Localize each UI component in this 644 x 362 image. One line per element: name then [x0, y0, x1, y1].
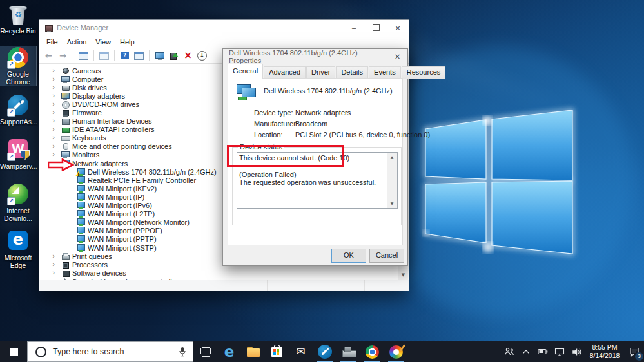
scroll-up-icon[interactable]: ▲	[387, 153, 396, 162]
status-scrollbar[interactable]: ▲ ▼	[387, 153, 397, 208]
tab-general[interactable]: General	[228, 64, 263, 79]
network-adapter-icon	[77, 176, 85, 184]
taskbar-edge[interactable]: e	[217, 341, 241, 362]
search-input[interactable]: Type here to search	[27, 341, 193, 362]
desktop-icon-supportassist[interactable]: ↗ SupportAs...	[0, 94, 36, 126]
desktop-icon-label: Internet Downlo...	[0, 207, 36, 222]
microphone-icon[interactable]	[179, 347, 186, 357]
help-icon[interactable]: ?	[119, 50, 130, 61]
action-center-button[interactable]: 3	[625, 341, 644, 362]
tree-item[interactable]: ›Software devices	[40, 269, 408, 277]
menu-bar: File Action View Help	[39, 35, 409, 48]
red-arrow-annotation	[48, 158, 75, 171]
ide-controller-icon	[61, 126, 70, 133]
store-icon	[271, 347, 282, 357]
chevron-right-icon[interactable]: ›	[52, 261, 61, 269]
chrome-icon: ↗	[7, 47, 29, 69]
hid-icon	[61, 117, 70, 125]
scroll-down-icon[interactable]: ▼	[398, 271, 408, 280]
chevron-right-icon[interactable]: ›	[52, 142, 61, 150]
status-bar	[39, 280, 409, 291]
chevron-right-icon[interactable]: ›	[52, 109, 61, 117]
chevron-right-icon[interactable]: ›	[52, 134, 61, 142]
chevron-right-icon[interactable]: ›	[52, 269, 61, 277]
chevron-right-icon[interactable]: ›	[52, 75, 61, 83]
menu-file[interactable]: File	[42, 37, 63, 47]
taskbar-mail[interactable]: ✉	[289, 341, 313, 362]
cancel-button[interactable]: Cancel	[369, 249, 404, 263]
chevron-right-icon[interactable]: ›	[52, 100, 61, 108]
field-label: Location:	[254, 131, 295, 138]
display-adapter-icon	[61, 92, 70, 100]
volume-icon[interactable]	[568, 341, 585, 362]
chevron-right-icon[interactable]: ›	[52, 92, 61, 100]
menu-action[interactable]: Action	[63, 37, 92, 47]
start-button[interactable]	[0, 341, 27, 362]
console-window-icon[interactable]	[78, 50, 89, 61]
taskbar-device-manager[interactable]	[337, 341, 360, 362]
desktop-icon-wampserver[interactable]: W ↗ Wampserv...	[0, 138, 36, 170]
tab-driver[interactable]: Driver	[306, 66, 335, 79]
close-button[interactable]: ×	[387, 20, 409, 35]
tab-strip: General Advanced Driver Details Events R…	[228, 66, 403, 79]
taskbar-store[interactable]	[265, 341, 289, 362]
minimize-button[interactable]: –	[343, 20, 365, 35]
cortana-icon	[35, 347, 46, 357]
search-placeholder: Type here to search	[53, 347, 179, 356]
network-icon[interactable]	[551, 341, 568, 362]
chevron-right-icon[interactable]: ›	[52, 84, 61, 91]
maximize-button[interactable]	[365, 20, 387, 35]
taskbar-supportassist[interactable]	[313, 341, 337, 362]
field-value: PCI Slot 2 (PCI bus 6, device 0, functio…	[295, 131, 430, 138]
forward-icon[interactable]: →	[57, 50, 68, 61]
scan-hardware-icon[interactable]	[154, 50, 165, 61]
tab-details[interactable]: Details	[336, 66, 368, 79]
export-icon[interactable]	[99, 50, 110, 61]
taskbar-chrome[interactable]	[360, 341, 384, 362]
chevron-right-icon[interactable]: ›	[52, 151, 61, 158]
desktop-icon-google-chrome[interactable]: ↗ Google Chrome	[0, 46, 36, 86]
network-adapter-large-icon	[237, 84, 259, 101]
monitor-icon	[61, 151, 70, 158]
ok-button[interactable]: OK	[331, 249, 366, 263]
menu-view[interactable]: View	[91, 37, 115, 47]
windows-logo-icon	[10, 348, 18, 356]
task-view-button[interactable]	[193, 341, 217, 362]
update-driver-icon[interactable]	[168, 50, 179, 61]
taskbar-paint3d[interactable]	[384, 341, 408, 362]
tab-events[interactable]: Events	[369, 66, 401, 79]
shortcut-arrow-icon: ↗	[7, 108, 15, 117]
network-adapter-icon	[77, 227, 85, 234]
field-value: Network adapters	[295, 109, 351, 117]
dialog-title-bar[interactable]: Dell Wireless 1704 802.11b/g/n (2.4GHz) …	[223, 49, 407, 64]
tab-resources[interactable]: Resources	[402, 66, 446, 79]
chevron-right-icon[interactable]: ›	[52, 67, 61, 75]
chevron-right-icon[interactable]: ›	[52, 126, 61, 133]
chevron-right-icon[interactable]: ›	[52, 252, 61, 260]
desktop-icon-microsoft-edge[interactable]: e Microsoft Edge	[0, 229, 36, 269]
uninstall-device-icon[interactable]: ×	[182, 50, 193, 61]
chevron-right-icon[interactable]: ›	[52, 117, 61, 125]
device-manager-app-icon	[44, 24, 53, 32]
menu-help[interactable]: Help	[115, 37, 139, 47]
desktop-icon-internet-download-manager[interactable]: ↗ Internet Downlo...	[0, 183, 36, 222]
tray-chevron-up-icon[interactable]	[518, 341, 534, 362]
battery-icon[interactable]	[534, 341, 551, 362]
properties-icon[interactable]	[133, 50, 144, 61]
tab-advanced[interactable]: Advanced	[264, 66, 306, 79]
taskbar-file-explorer[interactable]	[241, 341, 265, 362]
taskbar: Type here to search e ✉	[0, 341, 644, 362]
title-bar[interactable]: Device Manager – ×	[39, 20, 409, 35]
desktop-icon-recycle-bin[interactable]: ♻ Recycle Bin	[0, 4, 36, 35]
scroll-down-icon[interactable]: ▼	[387, 199, 396, 208]
wampserver-icon: W ↗	[7, 139, 29, 161]
dialog-close-icon[interactable]: ×	[387, 49, 407, 64]
disable-device-icon[interactable]: ↓	[197, 50, 208, 61]
shortcut-arrow-icon: ↗	[7, 197, 15, 205]
people-icon[interactable]	[501, 341, 518, 362]
status-line: The requested operation was unsuccessful…	[239, 178, 385, 187]
folder-icon	[247, 347, 260, 357]
clock[interactable]: 8:55 PM 8/14/2018	[585, 343, 625, 360]
back-icon[interactable]: ←	[43, 50, 54, 61]
idm-icon: ↗	[7, 184, 29, 205]
